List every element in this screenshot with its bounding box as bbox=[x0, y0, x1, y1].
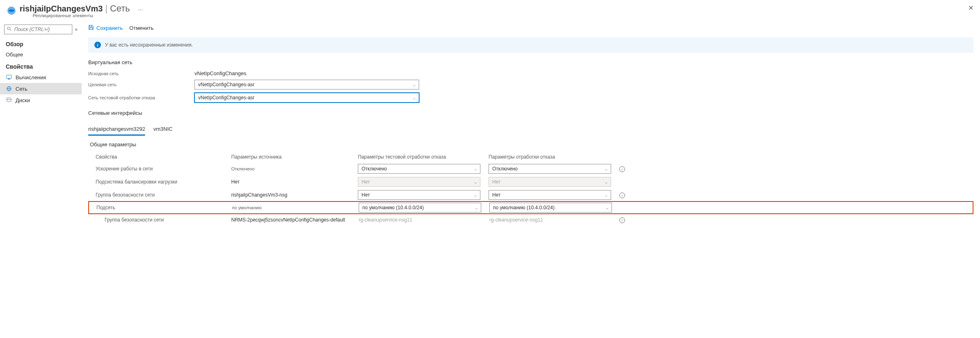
settings-table: Свойства Параметры источника Параметры т… bbox=[88, 152, 973, 226]
cancel-button[interactable]: Отменить bbox=[129, 25, 154, 31]
svg-rect-4 bbox=[8, 79, 10, 80]
row-nsg: Группа безопасности сети rishjaiIpChange… bbox=[88, 188, 973, 201]
lb-test-select: Нет⌵ bbox=[358, 177, 480, 187]
title-divider: | bbox=[105, 3, 107, 14]
nav-general[interactable]: Общее bbox=[0, 49, 82, 60]
row-load-balancer: Подсистема балансировки нагрузки Нет Нет… bbox=[88, 175, 973, 188]
target-net-select[interactable]: vNetIpConfigChanges-asr ⌵ bbox=[194, 80, 419, 90]
col-fail: Параметры отработки отказа bbox=[489, 154, 619, 160]
svg-line-2 bbox=[10, 29, 11, 31]
nav-network[interactable]: Сеть bbox=[0, 83, 82, 94]
info-circle-icon[interactable]: i bbox=[619, 217, 625, 223]
testfo-net-select[interactable]: vNetIpConfigChanges-asr ⌵ bbox=[194, 93, 419, 103]
nav-disks[interactable]: Диски bbox=[0, 94, 82, 106]
chevron-down-icon: ⌵ bbox=[413, 83, 415, 87]
info-icon: i bbox=[94, 42, 101, 48]
resource-name: rishjaiIpChangesVm3 bbox=[20, 4, 103, 13]
compute-icon bbox=[6, 74, 12, 81]
col-test: Параметры тестовой отработки отказа bbox=[358, 154, 489, 160]
sidebar: « Обзор Общее Свойства Вычисления Сеть Д… bbox=[0, 21, 82, 229]
nic-tab-2[interactable]: vm3NIC bbox=[153, 123, 172, 136]
general-section-title: Общие параметры bbox=[90, 141, 973, 148]
subnet-test-select[interactable]: по умолчанию (10.4.0.0/24)⌵ bbox=[359, 203, 481, 213]
save-button[interactable]: Сохранить bbox=[88, 25, 123, 31]
search-icon bbox=[7, 27, 12, 33]
col-source: Параметры источника bbox=[231, 154, 358, 160]
nav-compute[interactable]: Вычисления bbox=[0, 72, 82, 83]
save-icon bbox=[88, 25, 94, 31]
nic-tab-1[interactable]: rishjaiipchangesvm3292 bbox=[88, 123, 145, 136]
close-icon[interactable]: ✕ bbox=[968, 4, 973, 12]
source-net-value: vNetIpConfigChanges bbox=[194, 70, 246, 76]
blade-title: Сеть bbox=[110, 3, 130, 14]
more-icon[interactable]: ··· bbox=[138, 6, 143, 13]
nav-properties: Свойства bbox=[0, 60, 82, 72]
testfo-net-label: Сеть тестовой отработки отказа bbox=[88, 95, 194, 100]
accel-test-select[interactable]: Отключено⌵ bbox=[358, 164, 480, 174]
lb-fail-select: Нет⌵ bbox=[489, 177, 611, 187]
svg-point-8 bbox=[7, 98, 11, 99]
vm-icon bbox=[7, 6, 16, 16]
disks-icon bbox=[6, 97, 12, 103]
info-circle-icon[interactable]: i bbox=[619, 166, 625, 172]
nics-section-title: Сетевые интерфейсы bbox=[88, 110, 973, 116]
row-subnet: Подсеть по умолчанию по умолчанию (10.4.… bbox=[88, 201, 973, 214]
vnet-section-title: Виртуальная сеть bbox=[88, 59, 973, 65]
info-circle-icon[interactable]: i bbox=[619, 193, 625, 198]
row-subnet-nsg: Группа безопасности сети NRMS-2pecqwj5zs… bbox=[88, 214, 973, 226]
accel-fail-select[interactable]: Отключено⌵ bbox=[489, 164, 611, 174]
target-net-label: Целевая сеть bbox=[88, 82, 194, 87]
collapse-sidebar-icon[interactable]: « bbox=[75, 27, 78, 32]
info-banner: i У вас есть несохраненные изменения. bbox=[88, 37, 973, 53]
nsg-fail-select[interactable]: Нет⌵ bbox=[489, 190, 611, 200]
banner-text: У вас есть несохраненные изменения. bbox=[105, 42, 193, 48]
nav-overview[interactable]: Обзор bbox=[0, 38, 82, 49]
svg-rect-3 bbox=[7, 75, 11, 78]
subnet-fail-select[interactable]: по умолчанию (10.4.0.0/24)⌵ bbox=[489, 203, 612, 213]
chevron-down-icon: ⌵ bbox=[413, 96, 415, 100]
search-input[interactable] bbox=[4, 25, 72, 34]
network-icon bbox=[6, 85, 12, 92]
nsg-test-select[interactable]: Нет⌵ bbox=[358, 190, 480, 200]
col-properties: Свойства bbox=[88, 154, 231, 160]
svg-point-1 bbox=[7, 27, 10, 30]
row-accelerated-networking: Ускорение работы в сети Отключено Отключ… bbox=[88, 162, 973, 175]
source-net-label: Исходная сеть bbox=[88, 71, 194, 76]
